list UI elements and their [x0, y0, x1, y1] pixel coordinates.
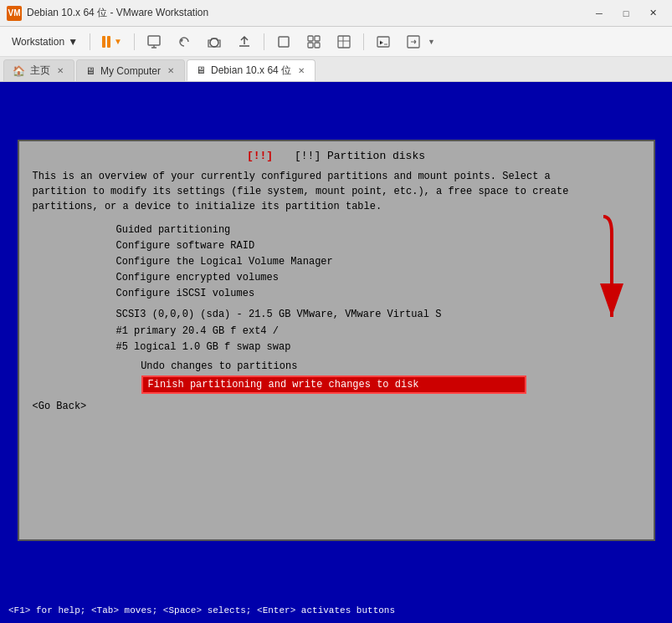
- snapshot-button[interactable]: [202, 31, 227, 53]
- pause-button[interactable]: ▼: [97, 33, 127, 51]
- list-item: Configure the Logical Volume Manager: [116, 254, 640, 270]
- upload-icon: [237, 34, 252, 49]
- tab-mycomputer[interactable]: 🖥 My Computer ✕: [76, 59, 185, 81]
- toolbar-divider-2: [134, 33, 135, 50]
- list-item: Configure encrypted volumes: [116, 270, 640, 286]
- main-area: [!!] [!!] Partition disks This is an ove…: [0, 82, 672, 598]
- description-line3: partitions, or a device to initialize it…: [33, 201, 382, 212]
- send-ctrl-alt-del-button[interactable]: [141, 31, 167, 53]
- disk-info-line2: #1 primary 20.4 GB f ext4 /: [116, 324, 640, 340]
- partition-title-text: [!!] [!!] Partition disks: [232, 148, 440, 164]
- close-button[interactable]: ✕: [640, 5, 665, 22]
- svg-rect-5: [279, 37, 289, 47]
- debian-tab-close[interactable]: ✕: [296, 65, 306, 76]
- bottom-bar: <F1> for help; <Tab> moves; <Space> sele…: [0, 598, 672, 623]
- title-bar: VM Debian 10.x 64 位 - VMware Workstation…: [0, 0, 672, 27]
- window-controls: ─ □ ✕: [587, 5, 665, 22]
- snapshot-icon: [207, 34, 222, 49]
- extend-dropdown[interactable]: ▼: [428, 38, 435, 46]
- view-icon: [336, 34, 351, 49]
- description-line1: This is an overview of your currently co…: [33, 171, 551, 182]
- mycomputer-tab-label: My Computer: [100, 65, 161, 77]
- workstation-label: Workstation: [12, 36, 64, 48]
- partition-title-label: [!!] Partition disks: [287, 148, 433, 164]
- svg-rect-10: [338, 36, 350, 48]
- bottom-text: <F1> for help; <Tab> moves; <Space> sele…: [8, 605, 395, 615]
- tab-debian[interactable]: 🖥 Debian 10.x 64 位 ✕: [187, 59, 315, 81]
- toolbar-divider-1: [90, 33, 90, 50]
- pause-dropdown-icon: ▼: [114, 37, 122, 46]
- unity-button[interactable]: [301, 31, 326, 53]
- home-tab-close[interactable]: ✕: [55, 65, 65, 76]
- revert-button[interactable]: [172, 31, 197, 53]
- undo-line: Undo changes to partitions: [33, 360, 640, 372]
- menu-items: Guided partitioning Configure software R…: [116, 222, 640, 303]
- tabs-bar: 🏠 主页 ✕ 🖥 My Computer ✕ 🖥 Debian 10.x 64 …: [0, 57, 672, 82]
- mycomputer-tab-icon: 🖥: [85, 65, 95, 77]
- terminal-button[interactable]: [371, 31, 396, 53]
- disk-info: SCSI3 (0,0,0) (sda) - 21.5 GB VMware, VM…: [116, 307, 640, 355]
- window-title: Debian 10.x 64 位 - VMware Workstation: [27, 6, 587, 20]
- svg-rect-8: [308, 43, 313, 48]
- home-tab-label: 主页: [30, 64, 50, 78]
- svg-rect-11: [377, 37, 389, 47]
- maximize-button[interactable]: □: [613, 5, 639, 22]
- svg-rect-7: [315, 36, 320, 41]
- vm-content: [!!] [!!] Partition disks This is an ove…: [19, 141, 654, 421]
- extend-button[interactable]: [401, 31, 426, 53]
- list-item: Configure iSCSI volumes: [116, 286, 640, 302]
- list-item: Configure software RAID: [116, 238, 640, 254]
- app-icon: VM: [7, 6, 22, 21]
- unity-icon: [306, 34, 321, 49]
- revert-icon: [177, 34, 192, 49]
- finish-option[interactable]: Finish partitioning and write changes to…: [141, 375, 526, 394]
- svg-rect-0: [148, 36, 160, 45]
- fullscreen-button[interactable]: [271, 31, 296, 53]
- tab-home[interactable]: 🏠 主页 ✕: [3, 59, 74, 81]
- extend-icon: [406, 34, 421, 49]
- view-button[interactable]: [331, 31, 357, 53]
- debian-tab-icon: 🖥: [196, 64, 206, 76]
- workstation-menu[interactable]: Workstation ▼: [7, 33, 83, 51]
- mycomputer-tab-close[interactable]: ✕: [166, 65, 176, 76]
- disk-info-line3: #5 logical 1.0 GB f swap swap: [116, 340, 640, 355]
- description-line2: partition to modify its settings (file s…: [33, 186, 569, 197]
- vm-screen[interactable]: [!!] [!!] Partition disks This is an ove…: [18, 140, 655, 541]
- list-item: Guided partitioning: [116, 222, 640, 238]
- toolbar: Workstation ▼ ▼: [0, 27, 672, 57]
- terminal-icon: [376, 34, 391, 49]
- minimize-button[interactable]: ─: [587, 5, 612, 22]
- dropdown-arrow-icon: ▼: [68, 36, 78, 48]
- highlighted-option-container: Finish partitioning and write changes to…: [141, 375, 640, 394]
- svg-rect-6: [308, 36, 313, 41]
- debian-tab-label: Debian 10.x 64 位: [211, 64, 291, 78]
- undo-text: Undo changes to partitions: [141, 360, 297, 372]
- fullscreen-icon: [276, 34, 291, 49]
- pause-icon: [102, 36, 110, 48]
- partition-title: [!!] [!!] Partition disks: [33, 150, 640, 162]
- go-back-label: <Go Back>: [33, 401, 87, 412]
- toolbar-divider-3: [264, 33, 264, 50]
- go-back[interactable]: <Go Back>: [33, 401, 640, 412]
- svg-rect-9: [315, 43, 320, 48]
- home-tab-icon: 🏠: [13, 65, 25, 77]
- monitor-icon: [146, 34, 162, 49]
- disk-info-line1: SCSI3 (0,0,0) (sda) - 21.5 GB VMware, VM…: [116, 307, 640, 323]
- toolbar-divider-4: [363, 33, 364, 50]
- red-bracket-left: [!!]: [239, 148, 280, 164]
- description-text: This is an overview of your currently co…: [33, 169, 640, 214]
- upload-button[interactable]: [232, 31, 257, 53]
